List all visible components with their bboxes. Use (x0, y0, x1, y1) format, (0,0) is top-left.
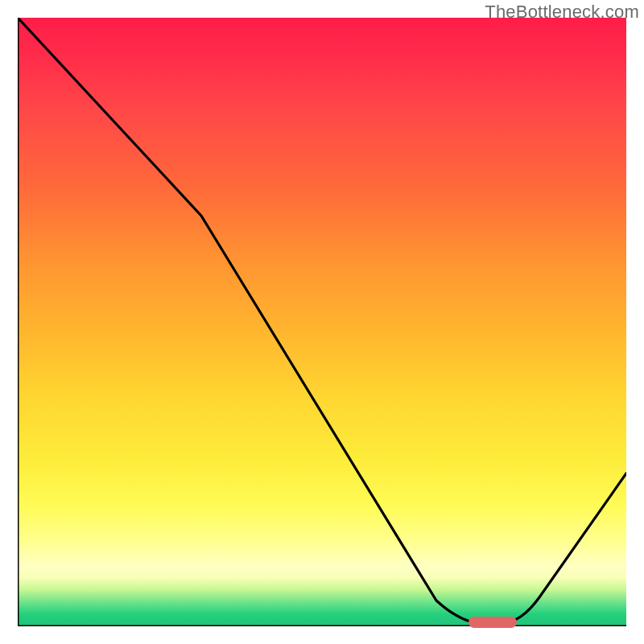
optimal-marker (469, 617, 517, 628)
gradient-background (18, 18, 626, 626)
plot-area (18, 18, 626, 626)
